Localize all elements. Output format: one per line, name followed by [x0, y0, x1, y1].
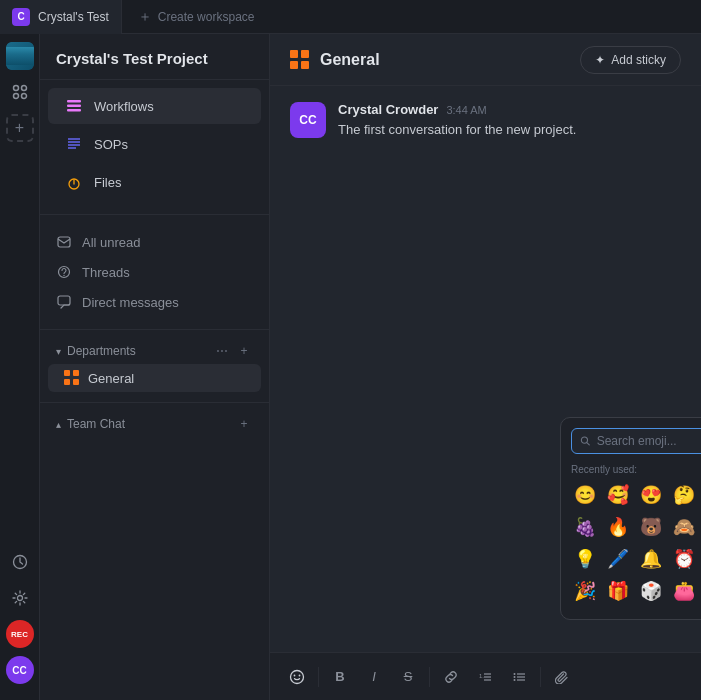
- files-label: Files: [94, 175, 121, 190]
- search-icon: [580, 435, 591, 447]
- main-content: General ✦ Add sticky CC Crystal Crowder …: [270, 34, 701, 700]
- message-body: Crystal Crowder 3:44 AM The first conver…: [338, 102, 576, 140]
- svg-point-2: [13, 94, 18, 99]
- unordered-list-icon: [512, 670, 526, 684]
- settings-icon[interactable]: [6, 584, 34, 612]
- departments-toggle[interactable]: ▾ Departments: [56, 344, 136, 358]
- apps-icon[interactable]: [6, 78, 34, 106]
- departments-label: Departments: [67, 344, 136, 358]
- sidebar-item-sops[interactable]: SOPs: [48, 126, 261, 162]
- workspace-avatar[interactable]: [6, 42, 34, 70]
- departments-more-btn[interactable]: ⋯: [213, 342, 231, 360]
- sidebar-header: Crystal's Test Project: [40, 34, 269, 80]
- svg-rect-17: [58, 296, 70, 305]
- svg-point-5: [17, 596, 22, 601]
- workflows-label: Workflows: [94, 99, 154, 114]
- svg-rect-7: [67, 105, 81, 108]
- message-toolbar: B I S 1.: [270, 652, 701, 700]
- emoji-bulb[interactable]: 💡: [571, 545, 599, 573]
- user-avatar[interactable]: CC: [6, 656, 34, 684]
- add-workspace-icon[interactable]: +: [6, 114, 34, 142]
- emoji-toolbar-button[interactable]: [282, 662, 312, 692]
- svg-point-3: [21, 94, 26, 99]
- emoji-gift[interactable]: 🎁: [604, 577, 632, 605]
- emoji-section-label: Recently used:: [571, 464, 701, 475]
- emoji-thinking[interactable]: 🤔: [670, 481, 698, 509]
- emoji-pen[interactable]: 🖊️: [604, 545, 632, 573]
- svg-point-16: [63, 275, 64, 276]
- toolbar-divider-2: [429, 667, 430, 687]
- sidebar: Crystal's Test Project Workflows: [40, 34, 270, 700]
- strikethrough-button[interactable]: S: [393, 662, 423, 692]
- svg-rect-6: [67, 100, 81, 103]
- team-chat-toggle[interactable]: ▴ Team Chat: [56, 417, 125, 431]
- channel-general[interactable]: General: [48, 364, 261, 392]
- emoji-alarm[interactable]: ⏰: [670, 545, 698, 573]
- sidebar-item-files[interactable]: Files: [48, 164, 261, 200]
- divider-1: [40, 214, 269, 215]
- emoji-monkey[interactable]: 🙈: [670, 513, 698, 541]
- emoji-bell[interactable]: 🔔: [637, 545, 665, 573]
- emoji-toolbar-icon: [289, 669, 305, 685]
- active-tab[interactable]: C Crystal's Test: [0, 0, 122, 34]
- clock-icon[interactable]: [6, 548, 34, 576]
- emoji-smiley[interactable]: 😊: [571, 481, 599, 509]
- italic-button[interactable]: I: [359, 662, 389, 692]
- ordered-list-button[interactable]: 1.: [470, 662, 500, 692]
- channel-header-icon: [290, 50, 310, 70]
- sidebar-item-workflows[interactable]: Workflows: [48, 88, 261, 124]
- tab-label: Crystal's Test: [38, 10, 109, 24]
- message-text: The first conversation for the new proje…: [338, 120, 576, 140]
- emoji-search-input[interactable]: [597, 434, 701, 448]
- svg-point-20: [294, 674, 296, 676]
- create-workspace-label: Create workspace: [158, 10, 255, 24]
- svg-point-27: [514, 676, 516, 678]
- emoji-row-1: 😊 🥰 😍 🤔 🍔: [571, 481, 701, 509]
- emoji-party[interactable]: 🎉: [571, 577, 599, 605]
- team-chat-label: Team Chat: [67, 417, 125, 431]
- messaging-section: All unread Threads: [40, 219, 269, 325]
- team-chat-add-btn[interactable]: +: [235, 415, 253, 433]
- unordered-list-button[interactable]: [504, 662, 534, 692]
- sidebar-item-threads[interactable]: Threads: [40, 257, 269, 287]
- svg-point-26: [514, 673, 516, 675]
- emoji-bear[interactable]: 🐻: [637, 513, 665, 541]
- message-item: CC Crystal Crowder 3:44 AM The first con…: [290, 102, 681, 140]
- channel-header: General ✦ Add sticky: [270, 34, 701, 86]
- sidebar-item-direct-messages[interactable]: Direct messages: [40, 287, 269, 317]
- svg-rect-8: [67, 109, 81, 112]
- link-button[interactable]: [436, 662, 466, 692]
- emoji-grapes[interactable]: 🍇: [571, 513, 599, 541]
- top-bar: C Crystal's Test ＋ Create workspace: [0, 0, 701, 34]
- svg-point-19: [291, 670, 304, 683]
- svg-point-18: [581, 437, 587, 443]
- departments-add-btn[interactable]: +: [235, 342, 253, 360]
- emoji-purse[interactable]: 👛: [670, 577, 698, 605]
- tab-icon: C: [12, 8, 30, 26]
- emoji-row-2: 🍇 🔥 🐻 🙈 ⚽: [571, 513, 701, 541]
- link-icon: [444, 670, 458, 684]
- sidebar-item-all-unread[interactable]: All unread: [40, 227, 269, 257]
- far-left-bottom: REC CC: [6, 548, 34, 692]
- svg-point-21: [299, 674, 301, 676]
- emoji-picker: Recently used: 😊 🥰 😍 🤔 🍔 🍇 🔥 🐻 🙈 ⚽ 💡 🖊️ …: [560, 417, 701, 620]
- emoji-search-container: [571, 428, 701, 454]
- attachment-button[interactable]: [547, 662, 577, 692]
- emoji-dice[interactable]: 🎲: [637, 577, 665, 605]
- emoji-fire[interactable]: 🔥: [604, 513, 632, 541]
- message-header: Crystal Crowder 3:44 AM: [338, 102, 576, 117]
- channel-name: General: [320, 51, 380, 69]
- add-sticky-button[interactable]: ✦ Add sticky: [580, 46, 681, 74]
- departments-actions: ⋯ +: [213, 342, 253, 360]
- plus-icon: ＋: [138, 8, 152, 26]
- all-unread-icon: [56, 234, 72, 250]
- create-workspace-btn[interactable]: ＋ Create workspace: [122, 8, 271, 26]
- emoji-star-eyes[interactable]: 😍: [637, 481, 665, 509]
- nav-section: Workflows SOPs: [40, 80, 269, 210]
- threads-icon: [56, 264, 72, 280]
- bold-button[interactable]: B: [325, 662, 355, 692]
- sops-label: SOPs: [94, 137, 128, 152]
- rec-badge[interactable]: REC: [6, 620, 34, 648]
- emoji-hearts[interactable]: 🥰: [604, 481, 632, 509]
- main-layout: + REC CC Crystal's Test Project: [0, 34, 701, 700]
